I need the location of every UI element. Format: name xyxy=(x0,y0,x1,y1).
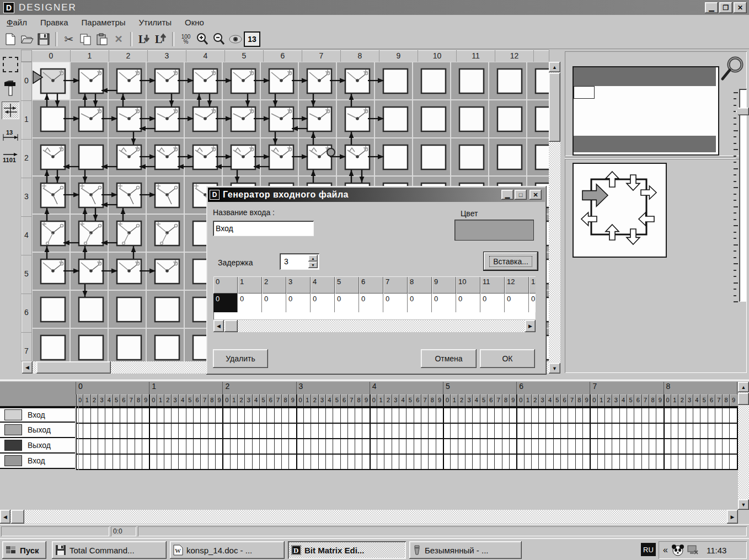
color-swatch[interactable] xyxy=(454,220,534,241)
values-table-value-row[interactable]: 00000000000000 xyxy=(213,294,536,312)
grid-vscroll-down-icon[interactable]: ▼ xyxy=(549,363,560,374)
table-hscroll-track[interactable] xyxy=(224,320,525,332)
table-value-11[interactable]: 0 xyxy=(480,294,505,312)
grid-vscrollbar[interactable]: ▲ ▼ xyxy=(549,62,560,374)
load-down-button[interactable]: L xyxy=(136,31,152,47)
display-tray-icon[interactable] xyxy=(687,544,699,556)
timeline-hscroll-thumb[interactable] xyxy=(11,510,24,524)
grid-hscroll-left-icon[interactable]: ◀ xyxy=(22,361,33,374)
delay-spin-up-icon[interactable]: ▲ xyxy=(308,255,318,262)
taskbar-button-3[interactable]: DBit Matrix Edi... xyxy=(288,541,406,559)
tool-route-arrows-active[interactable] xyxy=(2,102,19,119)
values-table[interactable]: 012345678910111213 00000000000000 xyxy=(213,276,536,319)
taskbar-button-4[interactable]: Безымянный - ... xyxy=(409,541,522,559)
tool-select-rect[interactable] xyxy=(2,56,19,73)
timeline-vscroll-up-icon[interactable]: ▲ xyxy=(738,382,749,392)
paste-button[interactable] xyxy=(94,31,110,47)
menu-3[interactable]: Параметры xyxy=(75,15,132,29)
timeline-vscrollbar[interactable]: ▲ ▼ xyxy=(738,382,749,510)
taskbar-button-2[interactable]: Wkonsp_14.doc - ... xyxy=(170,541,285,559)
timeline-cursor[interactable] xyxy=(76,394,79,470)
timeline-vscroll-down-icon[interactable]: ▼ xyxy=(738,499,749,510)
table-value-9[interactable]: 0 xyxy=(432,294,456,312)
delay-spin-down-icon[interactable]: ▼ xyxy=(308,262,318,268)
table-hscroll-thumb[interactable] xyxy=(224,320,238,332)
panda-tray-icon[interactable] xyxy=(671,543,684,557)
table-value-0[interactable]: 0 xyxy=(213,294,238,312)
grid-vscroll-up-icon[interactable]: ▲ xyxy=(549,62,560,72)
timeline-row-label-0[interactable]: Вход xyxy=(0,407,75,423)
dialog-minimize-button[interactable]: ▁ xyxy=(501,190,513,200)
zoom-out-button[interactable] xyxy=(211,31,227,47)
table-hscroll-left-icon[interactable]: ◀ xyxy=(213,320,224,332)
table-hscroll-right-icon[interactable]: ▶ xyxy=(525,320,536,332)
input-name-field[interactable] xyxy=(213,221,314,236)
table-value-2[interactable]: 0 xyxy=(262,294,286,312)
dialog-maximize-button[interactable]: □ xyxy=(515,190,527,200)
timeline-hscrollbar[interactable]: ◀ ▶ xyxy=(0,510,738,524)
tool-bits-1101[interactable]: 1101 xyxy=(2,148,19,166)
zoom-slider-thumb[interactable] xyxy=(736,108,749,115)
timeline-vscroll-thumb[interactable] xyxy=(738,393,749,405)
zoom-in-button[interactable] xyxy=(195,31,210,47)
menu-5[interactable]: Окно xyxy=(178,15,211,29)
timeline-sub-7-5: 5 xyxy=(627,394,634,406)
grid-vscroll-thumb[interactable] xyxy=(549,73,560,142)
table-value-5[interactable]: 0 xyxy=(335,294,359,312)
grid-hscroll-thumb[interactable] xyxy=(36,361,111,374)
restore-button[interactable]: ❐ xyxy=(719,2,732,13)
zoom-slider-track[interactable] xyxy=(739,89,747,302)
menu-4[interactable]: Утилиты xyxy=(132,15,179,29)
language-indicator[interactable]: RU xyxy=(641,543,656,556)
delay-value-field[interactable] xyxy=(281,255,307,268)
open-button[interactable] xyxy=(19,31,35,47)
tool-hammer[interactable] xyxy=(2,79,19,97)
load-up-button[interactable]: L xyxy=(153,31,168,47)
table-value-3[interactable]: 0 xyxy=(286,294,311,312)
new-button[interactable] xyxy=(3,31,18,47)
dialog-title-bar[interactable]: D Генератор входного файла ▁ □ ✕ xyxy=(208,188,545,202)
timeline-row-label-2[interactable]: Выход xyxy=(0,438,75,454)
taskbar-button-1[interactable]: Total Command... xyxy=(52,541,167,559)
cut-button[interactable]: ✂ xyxy=(61,31,77,47)
minimize-button[interactable]: ▁ xyxy=(705,2,718,13)
timeline-hscroll-left-icon[interactable]: ◀ xyxy=(0,510,10,524)
zoom-100-button[interactable]: 100% xyxy=(178,31,194,47)
dialog-close-button[interactable]: ✕ xyxy=(529,190,542,200)
save-button[interactable] xyxy=(36,31,51,47)
delete-button[interactable]: Удалить xyxy=(213,349,268,368)
taskbar-button-label: Безымянный - ... xyxy=(425,546,489,555)
table-value-1[interactable]: 0 xyxy=(238,294,262,312)
table-value-6[interactable]: 0 xyxy=(359,294,383,312)
start-button[interactable]: Пуск xyxy=(2,541,46,559)
title-bar[interactable]: D DESIGNER ▁ ❐ ✕ xyxy=(0,0,749,15)
table-value-8[interactable]: 0 xyxy=(408,294,432,312)
timeline-row-label-1[interactable]: Выход xyxy=(0,423,75,438)
copy-button[interactable] xyxy=(78,31,93,47)
minimap[interactable] xyxy=(573,66,719,156)
delete-button[interactable]: ✕ xyxy=(111,31,126,47)
insert-button[interactable]: Вставка... xyxy=(483,252,538,271)
eye-button[interactable] xyxy=(228,31,243,47)
timeline-row-label-3[interactable]: Вход xyxy=(0,454,75,469)
delay-spinner[interactable]: ▲ ▼ xyxy=(280,253,319,270)
timeline-grid[interactable] xyxy=(76,407,738,470)
tray-chevron-icon[interactable]: « xyxy=(663,545,668,555)
timeline-hscroll-right-icon[interactable]: ▶ xyxy=(727,510,738,524)
table-value-12[interactable]: 0 xyxy=(505,294,529,312)
table-value-7[interactable]: 0 xyxy=(383,294,408,312)
close-button[interactable]: ✕ xyxy=(734,2,747,13)
cancel-button[interactable]: Отмена xyxy=(421,349,477,368)
tool-width-13[interactable]: 13 xyxy=(2,126,19,144)
menu-2[interactable]: Правка xyxy=(34,15,75,29)
table-hscrollbar[interactable]: ◀ ▶ xyxy=(213,320,536,332)
matrix-width-box[interactable]: 13 xyxy=(244,31,260,47)
timeline-hscroll-track[interactable] xyxy=(10,510,727,524)
table-value-10[interactable]: 0 xyxy=(456,294,480,312)
minimap-viewport[interactable] xyxy=(574,86,595,99)
table-value-13[interactable]: 0 xyxy=(529,294,536,312)
ok-button[interactable]: ОК xyxy=(480,349,535,368)
timeline-vscroll-track[interactable] xyxy=(738,392,749,499)
table-value-4[interactable]: 0 xyxy=(311,294,335,312)
menu-1[interactable]: Файл xyxy=(0,15,34,29)
